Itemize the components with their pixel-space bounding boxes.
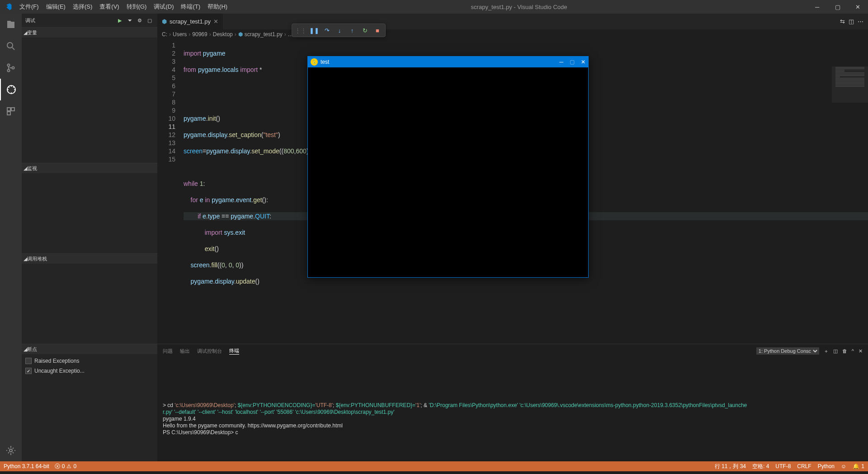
panel-tab-debug-console[interactable]: 调试控制台 (197, 348, 222, 355)
menu-selection[interactable]: 选择(S) (69, 0, 96, 14)
more-actions-icon[interactable]: ⋯ (858, 18, 863, 25)
pygame-icon: 🐍 (311, 58, 318, 66)
settings-gear-icon[interactable] (0, 440, 22, 461)
window-title: scrapy_test1.py - Visual Studio Code (231, 4, 807, 10)
menu-file[interactable]: 文件(F) (16, 0, 42, 14)
pygame-window[interactable]: 🐍 test ─ ▢ ✕ (307, 56, 589, 278)
debug-pause-button[interactable]: ❚❚ (309, 25, 319, 35)
status-cursor-position[interactable]: 行 11，列 34 (715, 463, 746, 470)
close-panel-icon[interactable]: ✕ (859, 348, 863, 354)
status-notifications[interactable]: 🔔 1 (853, 463, 864, 470)
menu-edit[interactable]: 编辑(E) (42, 0, 69, 14)
status-bar: Python 3.7.1 64-bit ⓧ 0 ⚠ 0 行 11，列 34 空格… (0, 461, 868, 471)
menu-terminal[interactable]: 终端(T) (177, 0, 204, 14)
status-language[interactable]: Python (818, 463, 835, 470)
debug-config-icon[interactable]: ⏷ (126, 18, 134, 24)
tab-scrapy-test1[interactable]: ⬢ scrapy_test1.py ✕ (157, 14, 223, 29)
debug-step-into-button[interactable]: ↓ (335, 25, 344, 35)
pygame-close-button[interactable]: ✕ (581, 59, 585, 65)
title-bar: 文件(F) 编辑(E) 选择(S) 查看(V) 转到(G) 调试(D) 终端(T… (0, 0, 868, 14)
svg-rect-6 (7, 108, 10, 111)
debug-toolbar[interactable]: ⋮⋮ ❚❚ ↷ ↓ ↑ ↻ ■ (292, 24, 386, 37)
minimize-button[interactable]: ─ (807, 0, 827, 14)
panel-tab-output[interactable]: 输出 (180, 348, 190, 355)
watch-section-header[interactable]: ◢监视 (22, 163, 157, 173)
variables-body (22, 38, 157, 41)
breakpoint-uncaught[interactable]: Uncaught Exceptio... (25, 366, 154, 376)
pygame-window-title: test (321, 59, 329, 65)
pygame-canvas[interactable] (308, 67, 588, 277)
menu-bar: 文件(F) 编辑(E) 选择(S) 查看(V) 转到(G) 调试(D) 终端(T… (16, 0, 231, 14)
svg-point-2 (8, 64, 10, 66)
svg-point-4 (12, 67, 14, 69)
debug-stop-button[interactable]: ■ (373, 25, 382, 35)
terminal-selector[interactable]: 1: Python Debug Consc (756, 347, 819, 355)
close-button[interactable]: ✕ (848, 0, 868, 14)
svg-line-1 (12, 47, 14, 50)
debug-step-over-button[interactable]: ↷ (322, 25, 332, 35)
terminal-content[interactable]: > cd 'c:\Users\90969\Desktop'; ${env:PYT… (157, 358, 868, 461)
compare-changes-icon[interactable]: ⇆ (840, 18, 845, 25)
python-file-icon: ⬢ (162, 18, 167, 25)
status-errors[interactable]: ⓧ 0 ⚠ 0 (55, 463, 76, 470)
breakpoint-raised[interactable]: Raised Exceptions (25, 356, 154, 366)
debug-sidebar: 调试 ▶ ⏷ ⚙ ▢ ◢变量 ◢监视 ◢调用堆栈 ◢断点 Rai (22, 14, 157, 461)
new-terminal-icon[interactable]: ＋ (824, 348, 829, 355)
breakpoints-body: Raised Exceptions Uncaught Exceptio... (22, 354, 157, 378)
editor-tabs: ⬢ scrapy_test1.py ✕ ⇆ ◫ ⋯ (157, 14, 868, 29)
svg-rect-8 (7, 112, 10, 115)
callstack-section-header[interactable]: ◢调用堆栈 (22, 254, 157, 264)
maximize-panel-icon[interactable]: ^ (852, 348, 854, 354)
maximize-button[interactable]: ▢ (827, 0, 848, 14)
pygame-maximize-button[interactable]: ▢ (570, 59, 575, 65)
vscode-logo-icon (0, 3, 16, 11)
panel-tabs: 问题 输出 调试控制台 终端 1: Python Debug Consc ＋ ◫… (157, 344, 868, 358)
debug-icon[interactable] (0, 79, 22, 100)
extensions-icon[interactable] (0, 100, 22, 122)
callstack-body (22, 264, 157, 267)
status-eol[interactable]: CRLF (797, 463, 811, 470)
explorer-icon[interactable] (0, 14, 22, 35)
line-number-gutter: 1 2 3 4 5 6 7 8 9 10 11 12 13 14 15 (157, 39, 180, 344)
svg-point-3 (8, 70, 10, 72)
breakpoints-section-header[interactable]: ◢断点 (22, 344, 157, 354)
panel-tab-problems[interactable]: 问题 (163, 348, 173, 355)
svg-rect-7 (11, 108, 14, 111)
menu-help[interactable]: 帮助(H) (204, 0, 231, 14)
watch-body (22, 173, 157, 177)
tab-label: scrapy_test1.py (170, 18, 211, 25)
status-python-version[interactable]: Python 3.7.1 64-bit (4, 463, 49, 469)
checkbox-icon[interactable] (25, 358, 32, 364)
debug-title: 调试 (25, 17, 35, 24)
debug-console-icon[interactable]: ▢ (146, 18, 154, 24)
breadcrumbs[interactable]: C:› Users› 90969› Desktop› ⬢scrapy_test1… (157, 29, 868, 39)
debug-header: 调试 ▶ ⏷ ⚙ ▢ (22, 14, 157, 27)
menu-debug[interactable]: 调试(D) (150, 0, 177, 14)
window-controls: ─ ▢ ✕ (807, 0, 868, 14)
debug-restart-button[interactable]: ↻ (360, 25, 370, 35)
tab-close-icon[interactable]: ✕ (213, 18, 218, 25)
source-control-icon[interactable] (0, 57, 22, 79)
toolbar-grip-icon[interactable]: ⋮⋮ (295, 27, 307, 34)
split-editor-icon[interactable]: ◫ (849, 18, 854, 25)
status-feedback-icon[interactable]: ☺ (841, 463, 846, 470)
debug-step-out-button[interactable]: ↑ (347, 25, 357, 35)
panel-tab-terminal[interactable]: 终端 (229, 347, 239, 355)
minimap[interactable] (832, 66, 868, 103)
menu-go[interactable]: 转到(G) (123, 0, 151, 14)
pygame-minimize-button[interactable]: ─ (559, 59, 563, 65)
kill-terminal-icon[interactable]: 🗑 (842, 348, 847, 354)
panel: 问题 输出 调试控制台 终端 1: Python Debug Consc ＋ ◫… (157, 344, 868, 461)
status-indentation[interactable]: 空格: 4 (752, 463, 769, 470)
search-icon[interactable] (0, 35, 22, 57)
svg-point-0 (7, 43, 13, 48)
start-debug-icon[interactable]: ▶ (116, 18, 124, 24)
activity-bar (0, 14, 22, 461)
debug-settings-icon[interactable]: ⚙ (136, 18, 144, 24)
variables-section-header[interactable]: ◢变量 (22, 28, 157, 38)
pygame-titlebar[interactable]: 🐍 test ─ ▢ ✕ (308, 57, 588, 67)
status-encoding[interactable]: UTF-8 (775, 463, 791, 470)
split-terminal-icon[interactable]: ◫ (833, 348, 838, 354)
menu-view[interactable]: 查看(V) (96, 0, 123, 14)
checkbox-checked-icon[interactable] (25, 368, 32, 374)
